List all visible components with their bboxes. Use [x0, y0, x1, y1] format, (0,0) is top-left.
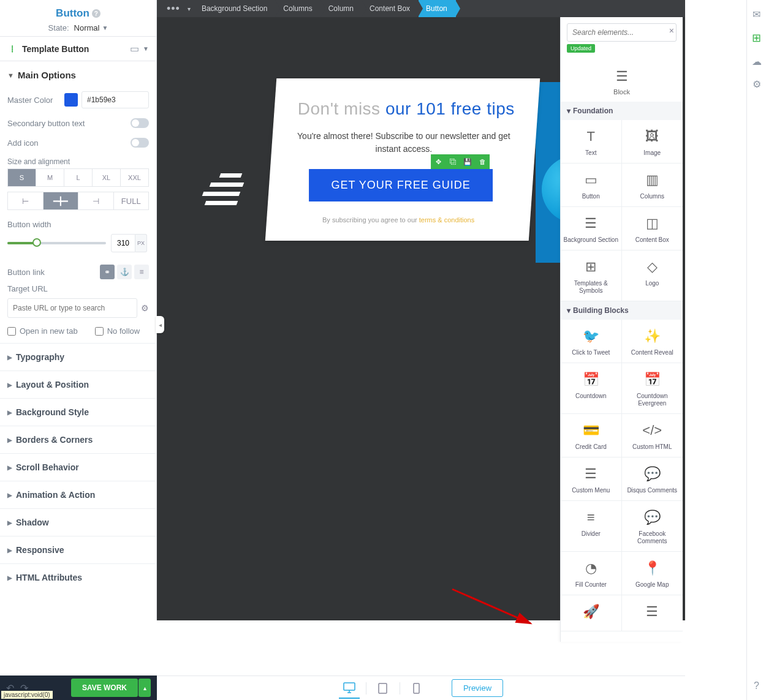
- section-layout-position[interactable]: ▶Layout & Position: [0, 371, 156, 398]
- secondary-text-toggle[interactable]: [131, 118, 149, 128]
- building-blocks-group-title[interactable]: ▾Building Blocks: [561, 301, 683, 320]
- element-content-box[interactable]: ◫Content Box: [622, 207, 683, 250]
- cloud-download-icon[interactable]: ☁: [752, 56, 762, 67]
- template-save-icon[interactable]: ▭: [130, 43, 139, 55]
- size-xxl[interactable]: XXL: [121, 168, 149, 187]
- element-columns[interactable]: ▥Columns: [622, 164, 683, 207]
- block-element[interactable]: ☰ Block: [561, 48, 683, 102]
- element-image[interactable]: 🖼Image: [622, 120, 683, 164]
- mobile-view-button[interactable]: [406, 678, 427, 699]
- width-input[interactable]: [111, 234, 135, 252]
- main-options-section[interactable]: ▼ Main Options: [0, 61, 156, 86]
- section-shadow[interactable]: ▶Shadow: [0, 508, 156, 536]
- panel-title-text: Button: [56, 7, 89, 20]
- element-text[interactable]: TText: [561, 120, 622, 164]
- desktop-view-button[interactable]: [339, 678, 360, 699]
- element-logo[interactable]: ◇Logo: [622, 250, 683, 301]
- element-custom-menu[interactable]: ☰Custom Menu: [561, 457, 622, 501]
- link-url-icon[interactable]: ⚭: [100, 265, 115, 279]
- size-buttons: S M L XL XXL: [0, 168, 156, 192]
- align-center[interactable]: ━╋━: [44, 192, 79, 210]
- foundation-group-title[interactable]: ▾Foundation: [561, 102, 683, 120]
- size-l[interactable]: L: [64, 168, 93, 187]
- close-icon[interactable]: ×: [669, 26, 674, 36]
- settings-icon[interactable]: ⚙: [753, 78, 761, 90]
- save-button[interactable]: SAVE WORK: [71, 679, 138, 697]
- align-left[interactable]: ⊢: [7, 192, 44, 210]
- duplicate-icon[interactable]: ⿻: [446, 154, 460, 169]
- element-more-1[interactable]: 🚀: [561, 595, 622, 631]
- breadcrumb-menu-icon[interactable]: •••: [163, 2, 184, 15]
- element-content-reveal[interactable]: ✨Content Reveal: [622, 320, 683, 363]
- element-more-2[interactable]: ☰: [622, 595, 683, 631]
- element-background-section[interactable]: ☰Background Section: [561, 207, 622, 250]
- save-element-icon[interactable]: 💾: [460, 154, 475, 169]
- width-slider[interactable]: [7, 242, 106, 244]
- element-facebook-comments[interactable]: 💬Facebook Comments: [622, 501, 683, 552]
- section-background-style[interactable]: ▶Background Style: [0, 398, 156, 426]
- section-borders-corners[interactable]: ▶Borders & Corners: [0, 426, 156, 453]
- move-icon[interactable]: ✥: [431, 154, 446, 169]
- breadcrumb-button[interactable]: Button: [419, 0, 456, 17]
- element-countdown[interactable]: 📅Countdown: [561, 363, 622, 414]
- section-typography[interactable]: ▶Typography: [0, 343, 156, 371]
- breadcrumb-column[interactable]: Column: [321, 0, 362, 17]
- target-url-label: Target URL: [0, 284, 156, 296]
- add-element-icon[interactable]: ⊞: [752, 31, 761, 45]
- element-divider[interactable]: ≡Divider: [561, 501, 622, 552]
- element-google-map[interactable]: 📍Google Map: [622, 552, 683, 595]
- open-new-tab-checkbox[interactable]: Open in new tab: [7, 326, 78, 336]
- hero-title[interactable]: Don't miss our 101 free tips: [294, 99, 518, 119]
- element-templates-symbols[interactable]: ⊞Templates & Symbols: [561, 250, 622, 301]
- no-follow-checkbox[interactable]: No follow: [95, 326, 140, 336]
- size-xl[interactable]: XL: [93, 168, 121, 187]
- text-icon: T: [563, 129, 619, 145]
- help-icon[interactable]: ?: [754, 680, 759, 691]
- element-button[interactable]: ▭Button: [561, 164, 622, 207]
- hero-subtitle[interactable]: You're almost there! Subscribe to our ne…: [292, 130, 516, 156]
- terms-link[interactable]: terms & conditions: [419, 216, 474, 224]
- element-fill-counter[interactable]: ◔Fill Counter: [561, 552, 622, 595]
- align-right[interactable]: ⊣: [78, 192, 114, 210]
- add-icon-toggle[interactable]: [131, 138, 149, 148]
- section-scroll-behavior[interactable]: ▶Scroll Behavior: [0, 453, 156, 481]
- envelope-icon[interactable]: ✉: [753, 9, 760, 20]
- breadcrumb-columns[interactable]: Columns: [276, 0, 320, 17]
- align-full[interactable]: FULL: [114, 192, 150, 210]
- section-icon: ☰: [563, 216, 619, 231]
- updated-badge: Updated: [567, 44, 595, 53]
- tablet-view-button[interactable]: [373, 678, 393, 699]
- link-dynamic-icon[interactable]: ≡: [134, 265, 149, 279]
- preview-button[interactable]: Preview: [452, 679, 503, 697]
- color-swatch[interactable]: [64, 93, 78, 107]
- countdown-evergreen-icon: 📅: [624, 372, 681, 388]
- element-countdown-evergreen[interactable]: 📅Countdown Evergreen: [622, 363, 683, 414]
- section-html-attributes[interactable]: ▶HTML Attributes: [0, 563, 156, 591]
- gear-icon[interactable]: ⚙: [141, 303, 149, 313]
- breadcrumb-content-box[interactable]: Content Box: [362, 0, 419, 17]
- collapse-panel-handle[interactable]: ◂: [156, 316, 164, 333]
- element-click-to-tweet[interactable]: 🐦Click to Tweet: [561, 320, 622, 363]
- url-input[interactable]: [7, 298, 137, 318]
- content-card[interactable]: Don't miss our 101 free tips You're almo…: [265, 78, 540, 241]
- search-elements-input[interactable]: [567, 23, 677, 42]
- section-responsive[interactable]: ▶Responsive: [0, 536, 156, 563]
- size-s[interactable]: S: [7, 168, 36, 187]
- terms-text[interactable]: By subscribing you agree to our terms & …: [286, 216, 510, 224]
- section-animation-action[interactable]: ▶Animation & Action: [0, 481, 156, 508]
- link-anchor-icon[interactable]: ⚓: [117, 265, 132, 279]
- color-input[interactable]: [82, 91, 149, 108]
- delete-icon[interactable]: 🗑: [475, 154, 490, 169]
- state-dropdown[interactable]: Normal ▼: [74, 23, 108, 32]
- cta-button[interactable]: GET YOUR FREE GUIDE: [309, 169, 492, 201]
- template-dropdown-icon[interactable]: ▼: [143, 45, 149, 52]
- save-dropdown[interactable]: ▴: [138, 679, 151, 697]
- size-m[interactable]: M: [36, 168, 64, 187]
- element-disqus-comments[interactable]: 💬Disqus Comments: [622, 457, 683, 501]
- counter-icon: ◔: [563, 560, 619, 576]
- help-icon[interactable]: ?: [92, 9, 100, 18]
- element-credit-card[interactable]: 💳Credit Card: [561, 414, 622, 457]
- breadcrumb-background-section[interactable]: Background Section: [194, 0, 276, 17]
- element-custom-html[interactable]: </>Custom HTML: [622, 414, 683, 457]
- chevron-down-icon[interactable]: ▾: [184, 6, 194, 12]
